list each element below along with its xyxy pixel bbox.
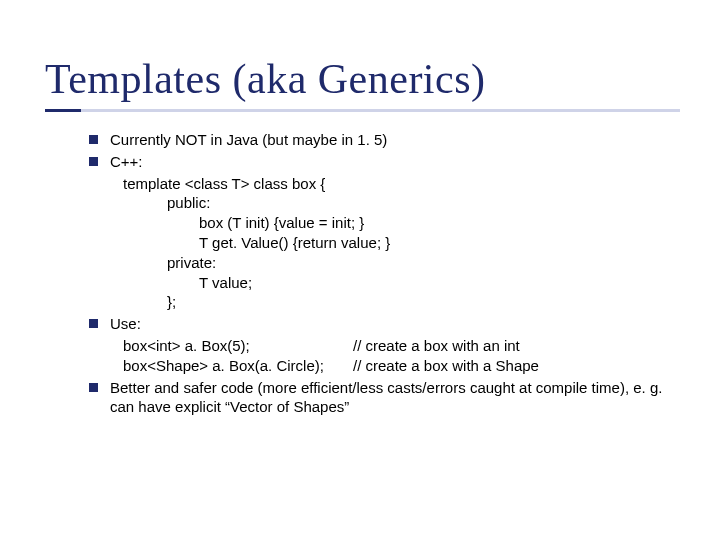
- code-use-code: box<int> a. Box(5);: [123, 336, 353, 356]
- square-bullet-icon: [89, 383, 98, 392]
- code-use-code: box<Shape> a. Box(a. Circle);: [123, 356, 353, 376]
- code-line: };: [123, 292, 680, 312]
- bullet-item: Use:: [89, 314, 680, 334]
- square-bullet-icon: [89, 135, 98, 144]
- title-underline: [45, 109, 680, 112]
- slide: Templates (aka Generics) Currently NOT i…: [0, 0, 720, 540]
- code-block: template <class T> class box { public: b…: [123, 174, 680, 313]
- code-use-comment: // create a box with a Shape: [353, 356, 680, 376]
- code-use-comment: // create a box with an int: [353, 336, 680, 356]
- code-line: template <class T> class box {: [123, 174, 680, 194]
- code-use-row: box<Shape> a. Box(a. Circle); // create …: [123, 356, 680, 376]
- code-line: T get. Value() {return value; }: [123, 233, 680, 253]
- slide-content: Currently NOT in Java (but maybe in 1. 5…: [45, 130, 680, 417]
- square-bullet-icon: [89, 319, 98, 328]
- bullet-item: Better and safer code (more efficient/le…: [89, 378, 680, 418]
- square-bullet-icon: [89, 157, 98, 166]
- code-use-row: box<int> a. Box(5); // create a box with…: [123, 336, 680, 356]
- slide-title: Templates (aka Generics): [45, 55, 680, 103]
- bullet-text: Use:: [110, 314, 680, 334]
- bullet-text: Currently NOT in Java (but maybe in 1. 5…: [110, 130, 680, 150]
- bullet-text: Better and safer code (more efficient/le…: [110, 378, 680, 418]
- code-line: public:: [123, 193, 680, 213]
- code-line: private:: [123, 253, 680, 273]
- bullet-item: C++:: [89, 152, 680, 172]
- code-line: T value;: [123, 273, 680, 293]
- bullet-text: C++:: [110, 152, 680, 172]
- bullet-item: Currently NOT in Java (but maybe in 1. 5…: [89, 130, 680, 150]
- code-line: box (T init) {value = init; }: [123, 213, 680, 233]
